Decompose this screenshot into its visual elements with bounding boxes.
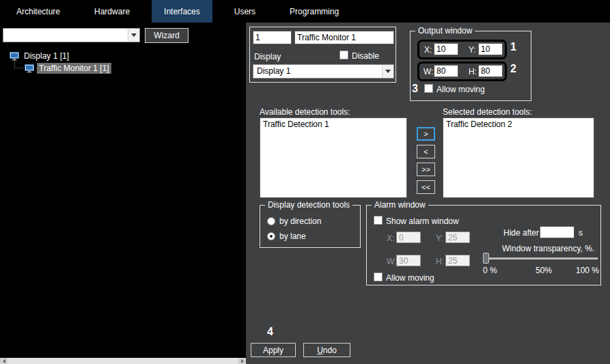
horizontal-scrollbar[interactable] bbox=[0, 358, 246, 364]
display-select-value: Display 1 bbox=[253, 65, 382, 78]
tab-hardware[interactable]: Hardware bbox=[82, 0, 142, 23]
move-right-button[interactable]: > bbox=[417, 127, 435, 141]
main-panel: Display Disable Display 1 Output window … bbox=[246, 23, 610, 364]
annotation-number-2: 2 bbox=[510, 63, 516, 75]
alarm-w-label: W: bbox=[387, 257, 396, 266]
apply-button[interactable]: Apply bbox=[251, 343, 296, 357]
top-nav: Architecture Hardware Interfaces Users P… bbox=[0, 0, 610, 23]
alarm-window-title: Alarm window bbox=[372, 201, 428, 210]
slider-mid-label: 50% bbox=[536, 266, 552, 275]
output-w-input[interactable] bbox=[434, 65, 458, 77]
alarm-window-group: Alarm window Show alarm window X: Y: Hid… bbox=[366, 205, 601, 285]
alarm-x-label: X: bbox=[387, 234, 394, 243]
alarm-h-input[interactable] bbox=[445, 255, 470, 266]
annotation-number-4: 4 bbox=[267, 326, 273, 338]
annotation-number-3: 3 bbox=[412, 83, 418, 95]
display-select[interactable]: Display 1 bbox=[253, 64, 394, 79]
chevron-down-icon bbox=[128, 29, 139, 42]
available-tools-label: Available detection tools: bbox=[260, 107, 350, 117]
scroll-right-icon[interactable] bbox=[238, 358, 246, 364]
sidebar-combo-value bbox=[3, 29, 128, 42]
output-h-label: H: bbox=[469, 67, 477, 76]
annotation-number-1: 1 bbox=[510, 41, 516, 53]
wizard-button[interactable]: Wizard bbox=[145, 28, 189, 43]
hide-after-input[interactable] bbox=[540, 226, 574, 238]
seconds-label: s bbox=[579, 228, 583, 238]
undo-button[interactable]: Undo bbox=[303, 343, 350, 357]
output-x-input[interactable] bbox=[434, 43, 458, 55]
show-alarm-window-label: Show alarm window bbox=[386, 216, 459, 226]
tree-item-label-selected: Traffic Monitor 1 [1] bbox=[37, 63, 111, 74]
show-alarm-window-checkbox[interactable] bbox=[374, 216, 383, 225]
by-lane-radio[interactable] bbox=[267, 232, 275, 240]
slider-track[interactable] bbox=[483, 257, 598, 260]
monitor-name-input[interactable] bbox=[294, 31, 394, 44]
display-label: Display bbox=[254, 52, 281, 61]
output-window-title: Output window bbox=[415, 27, 475, 36]
disable-checkbox[interactable] bbox=[339, 51, 348, 59]
selected-tools-label: Selected detection tools: bbox=[443, 107, 532, 117]
alarm-w-input[interactable] bbox=[396, 255, 421, 266]
move-all-left-button[interactable]: << bbox=[417, 180, 435, 194]
tab-programming[interactable]: Programming bbox=[277, 0, 351, 23]
output-x-label: X: bbox=[424, 45, 432, 55]
by-lane-label: by lane bbox=[279, 232, 306, 241]
alarm-allow-moving-checkbox[interactable] bbox=[374, 272, 383, 281]
output-w-label: W: bbox=[424, 67, 433, 76]
hide-after-label: Hide after bbox=[503, 228, 539, 238]
tab-interfaces[interactable]: Interfaces bbox=[152, 0, 212, 23]
alarm-h-label: H: bbox=[436, 257, 444, 266]
slider-max-label: 100 % bbox=[576, 266, 599, 275]
scroll-left-icon[interactable] bbox=[0, 358, 8, 364]
output-allow-moving-label: Allow moving bbox=[436, 85, 485, 94]
chevron-down-icon bbox=[382, 65, 393, 78]
output-y-label: Y: bbox=[469, 45, 476, 55]
alarm-y-label: Y: bbox=[436, 234, 443, 243]
alarm-x-input[interactable] bbox=[396, 232, 421, 243]
tree-item-traffic-monitor[interactable]: Traffic Monitor 1 [1] bbox=[25, 63, 111, 74]
monitor-settings-group: Display Disable Display 1 bbox=[249, 27, 396, 83]
display-icon bbox=[10, 52, 19, 61]
undo-button-label: Undo bbox=[304, 346, 350, 355]
tree-item-label: Display 1 [1] bbox=[22, 51, 71, 61]
monitor-icon bbox=[25, 64, 34, 73]
tab-architecture[interactable]: Architecture bbox=[4, 0, 72, 23]
tab-users[interactable]: Users bbox=[222, 0, 268, 23]
sidebar: Wizard Display 1 [1] Traffic Monitor 1 [… bbox=[0, 23, 246, 364]
slider-min-label: 0 % bbox=[483, 266, 497, 275]
alarm-y-input[interactable] bbox=[445, 232, 470, 243]
disable-label: Disable bbox=[352, 51, 379, 61]
output-window-group: Output window X: Y: 1 W: H: 2 3 Allow mo… bbox=[410, 31, 531, 101]
monitor-id-input[interactable] bbox=[253, 31, 292, 44]
move-all-right-button[interactable]: >> bbox=[417, 163, 435, 176]
list-item[interactable]: Traffic Detection 1 bbox=[260, 118, 406, 130]
alarm-allow-moving-label: Allow moving bbox=[386, 273, 434, 283]
by-direction-label: by direction bbox=[279, 216, 321, 226]
sidebar-combo[interactable] bbox=[3, 28, 140, 42]
tree-item-display[interactable]: Display 1 [1] bbox=[10, 51, 71, 61]
display-detection-tools-title: Display detection tools bbox=[265, 201, 352, 210]
by-direction-radio[interactable] bbox=[267, 217, 275, 225]
available-tools-list[interactable]: Traffic Detection 1 bbox=[260, 117, 407, 198]
output-h-input[interactable] bbox=[478, 65, 503, 77]
output-y-input[interactable] bbox=[478, 43, 503, 55]
list-item[interactable]: Traffic Detection 2 bbox=[443, 118, 594, 130]
move-left-button[interactable]: < bbox=[417, 145, 435, 158]
output-allow-moving-checkbox[interactable] bbox=[424, 84, 433, 93]
selected-tools-list[interactable]: Traffic Detection 2 bbox=[443, 117, 594, 198]
transparency-slider[interactable] bbox=[483, 252, 598, 264]
slider-thumb[interactable] bbox=[483, 253, 489, 264]
display-detection-tools-group: Display detection tools by direction by … bbox=[260, 205, 361, 248]
